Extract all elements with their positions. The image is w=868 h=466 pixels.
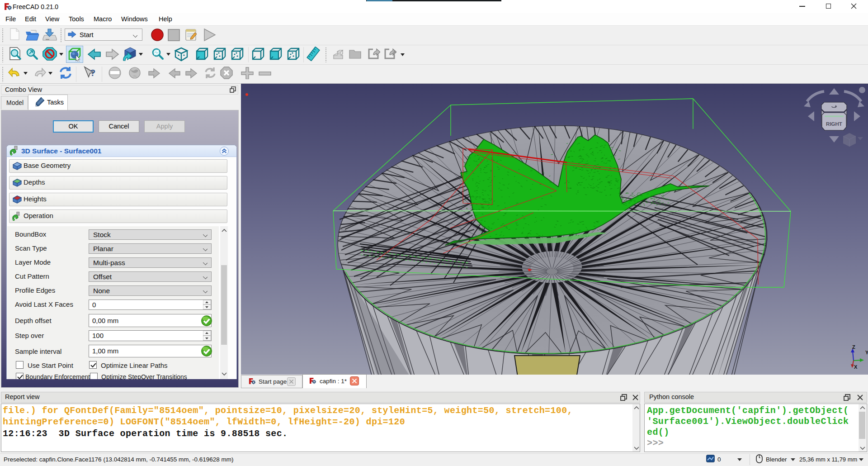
svg-text:?: ? — [90, 68, 95, 78]
svg-text:Z: Z — [852, 344, 855, 350]
svg-text:RIGHT: RIGHT — [826, 121, 842, 127]
svg-text:X: X — [854, 364, 858, 370]
svg-text:Y: Y — [865, 350, 868, 355]
